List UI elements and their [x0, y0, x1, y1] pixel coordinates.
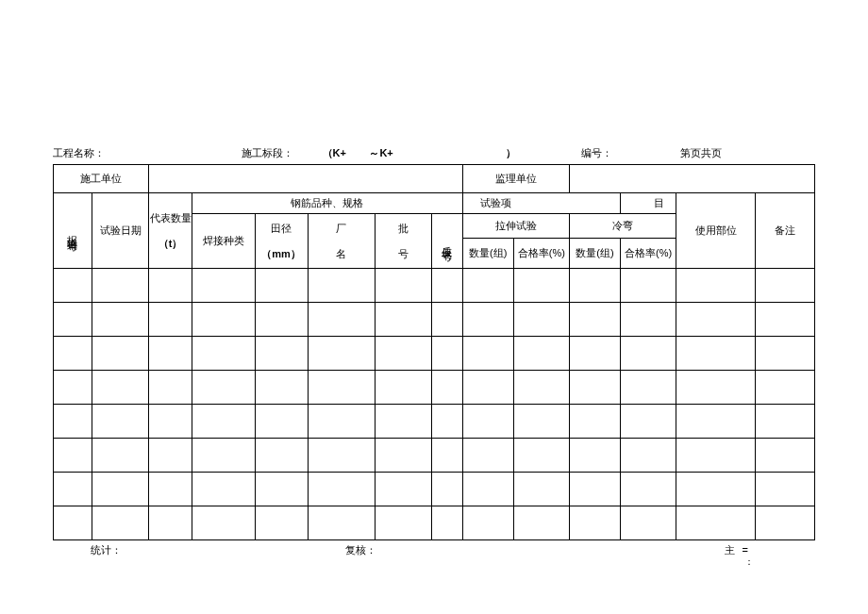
construction-unit-label: 施工单位: [54, 165, 149, 193]
use-part: 使用部位: [676, 193, 756, 269]
tensile: 拉伸试验: [462, 214, 569, 239]
cold-bend: 冷弯: [569, 214, 676, 239]
remark: 备注: [756, 193, 815, 269]
test-item-end: 目: [620, 193, 676, 214]
rebar-spec: 钢筋品种、规格: [192, 193, 462, 214]
header-row-1: 报告编号 试验日期 代表数量 （t） 钢筋品种、规格 试验项 目 使用部位 备注: [54, 193, 815, 214]
project-label: 工程名称：: [53, 146, 242, 160]
weld-type: 焊接种类: [192, 214, 255, 269]
section-label: 施工标段： （K+ ～K+: [242, 146, 506, 160]
footer-check: 复核：: [345, 543, 657, 557]
footer-main: 主=: [657, 543, 815, 557]
footer-colon: ：: [53, 557, 815, 567]
footer-stat: 统计：: [53, 543, 345, 557]
data-row: [54, 506, 815, 540]
diameter: 田径 （mm）: [255, 214, 308, 269]
data-row: [54, 337, 815, 371]
row-units: 施工单位 监理单位: [54, 165, 815, 193]
data-row: [54, 405, 815, 439]
data-row: [54, 303, 815, 337]
tensile-rate: 合格率(%): [513, 239, 569, 269]
batch: 批 号: [375, 214, 431, 269]
page-label: 第页共页: [680, 146, 722, 160]
header-line: 工程名称： 施工标段： （K+ ～K+ ） 编号： 第页共页: [53, 146, 815, 160]
k-from: （K+: [323, 147, 346, 158]
data-row: [54, 473, 815, 506]
section-text: 施工标段：: [242, 147, 293, 158]
test-item: 试验项: [462, 193, 620, 214]
rep-qty: 代表数量 （t）: [149, 193, 192, 269]
supervision-unit-label: 监理单位: [462, 165, 569, 193]
close-paren: ）: [506, 146, 581, 160]
k-to: ～K+: [369, 147, 392, 158]
number-label: 编号：: [581, 146, 680, 160]
data-row: [54, 439, 815, 473]
construction-unit-value: [149, 165, 462, 193]
bend-qty: 数量(组): [569, 239, 620, 269]
factory: 厂 名: [308, 214, 375, 269]
main-table: 施工单位 监理单位 报告编号 试验日期 代表数量 （t） 钢筋品种、规格 试验项…: [53, 164, 815, 540]
data-row: [54, 269, 815, 303]
data-row: [54, 371, 815, 405]
qc-cert: 质保书号: [432, 214, 462, 269]
test-date: 试验日期: [92, 193, 148, 269]
report-no: 报告编号: [54, 193, 92, 269]
page-container: 工程名称： 施工标段： （K+ ～K+ ） 编号： 第页共页: [0, 0, 868, 567]
supervision-unit-value: [569, 165, 814, 193]
tensile-qty: 数量(组): [462, 239, 513, 269]
bend-rate: 合格率(%): [620, 239, 676, 269]
footer-line: 统计： 复核： 主=: [53, 543, 815, 557]
